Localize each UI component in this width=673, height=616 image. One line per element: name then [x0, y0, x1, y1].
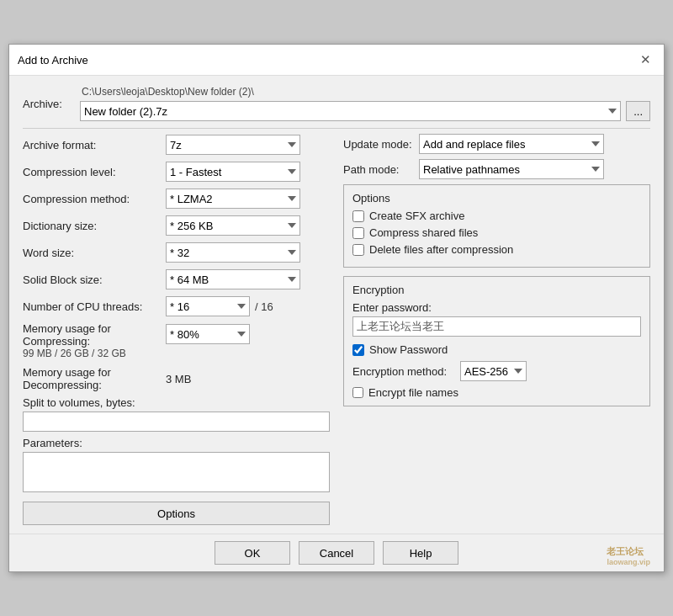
delete-after-row: Delete files after compression [352, 243, 641, 256]
ok-button[interactable]: OK [215, 541, 290, 565]
cancel-button[interactable]: Cancel [299, 541, 374, 565]
memory-compress-block: Memory usage for Compressing: 99 MB / 26… [23, 322, 330, 361]
dictionary-size-row: Dictionary size: * 64 KB * 256 KB * 1 MB… [23, 215, 330, 236]
separator [23, 128, 650, 129]
compression-level-label: Compression level: [23, 166, 166, 178]
solid-block-select[interactable]: Non-solid * 1 MB * 16 MB * 64 MB * 256 M… [166, 269, 300, 289]
options-group-title: Options [352, 192, 641, 204]
archive-input-row: New folder (2).7z ... [80, 101, 650, 121]
dialog-body: Archive: C:\Users\leoja\Desktop\New fold… [9, 76, 664, 534]
memory-compress-sub: 99 MB / 26 GB / 32 GB [23, 348, 166, 359]
path-mode-select[interactable]: Relative pathnames Absolute pathnames No… [419, 159, 604, 179]
compression-method-select[interactable]: * LZMA2 LZMA PPMd BZip2 [166, 189, 300, 209]
threads-control: * 1 * 2 * 4 * 8 * 16 / 16 [166, 296, 273, 316]
archive-row: Archive: C:\Users\leoja\Desktop\New fold… [23, 86, 650, 121]
memory-compress-select[interactable]: * 40% * 60% * 80% * 100% [166, 324, 250, 344]
cpu-threads-row: Number of CPU threads: * 1 * 2 * 4 * 8 *… [23, 295, 330, 317]
encryption-method-row: Encryption method: AES-256 [352, 361, 641, 381]
create-sfx-label[interactable]: Create SFX archive [369, 210, 464, 222]
archive-label: Archive: [23, 98, 73, 110]
memory-compress-control: * 40% * 60% * 80% * 100% [166, 324, 250, 344]
password-label: Enter password: [352, 301, 641, 314]
compression-method-row: Compression method: * LZMA2 LZMA PPMd BZ… [23, 188, 330, 210]
add-to-archive-dialog: Add to Archive ✕ Archive: C:\Users\leoja… [8, 44, 665, 572]
compression-level-row: Compression level: Store 1 - Fastest 3 -… [23, 161, 330, 183]
word-size-row: Word size: * 8 * 16 * 32 * 64 [23, 242, 330, 263]
cpu-threads-label: Number of CPU threads: [23, 300, 166, 313]
encrypt-names-checkbox[interactable] [352, 387, 363, 398]
format-row: Archive format: 7z zip tar wim [23, 134, 330, 156]
help-button[interactable]: Help [383, 541, 458, 565]
cpu-threads-select[interactable]: * 1 * 2 * 4 * 8 * 16 [166, 296, 250, 316]
left-column: Archive format: 7z zip tar wim Compressi… [23, 134, 330, 525]
show-password-label[interactable]: Show Password [369, 343, 448, 356]
watermark-text: 老王论坛 [607, 545, 650, 558]
update-mode-row: Update mode: Add and replace files Updat… [343, 134, 650, 154]
encrypt-names-row: Encrypt file names [352, 386, 641, 399]
compress-shared-row: Compress shared files [352, 226, 641, 239]
dictionary-size-select[interactable]: * 64 KB * 256 KB * 1 MB * 4 MB [166, 215, 300, 236]
create-sfx-row: Create SFX archive [352, 210, 641, 222]
memory-decompress-value: 3 MB [166, 373, 191, 385]
encryption-box: Encryption Enter password: Show Password… [343, 276, 650, 406]
options-group-box: Options Create SFX archive Compress shar… [343, 184, 650, 268]
split-label: Split to volumes, bytes: [23, 396, 330, 409]
compression-method-label: Compression method: [23, 193, 166, 205]
format-label: Archive format: [23, 139, 166, 151]
delete-after-label[interactable]: Delete files after compression [369, 243, 513, 256]
path-mode-row: Path mode: Relative pathnames Absolute p… [343, 159, 650, 179]
encrypt-names-label[interactable]: Encrypt file names [368, 386, 458, 399]
watermark: 老王论坛 laowang.vip [607, 545, 650, 566]
main-grid: Archive format: 7z zip tar wim Compressi… [23, 134, 650, 525]
watermark-sub: laowang.vip [607, 558, 650, 566]
params-label: Parameters: [23, 437, 330, 449]
split-row: Split to volumes, bytes: [23, 396, 330, 432]
word-size-select[interactable]: * 8 * 16 * 32 * 64 [166, 242, 300, 263]
solid-block-label: Solid Block size: [23, 273, 166, 286]
dialog-footer: OK Cancel Help 老王论坛 laowang.vip [9, 534, 664, 571]
memory-compress-title-row: Memory usage for Compressing: 99 MB / 26… [23, 322, 330, 359]
memory-decompress-label: Memory usage for Decompressing: [23, 366, 166, 391]
dialog-title: Add to Archive [18, 54, 88, 66]
create-sfx-checkbox[interactable] [352, 210, 364, 222]
compression-level-select[interactable]: Store 1 - Fastest 3 - Fast 5 - Normal 7 … [166, 162, 300, 182]
split-input[interactable] [23, 412, 330, 432]
update-mode-label: Update mode: [343, 138, 419, 151]
close-button[interactable]: ✕ [635, 50, 655, 70]
compress-shared-checkbox[interactable] [352, 227, 364, 239]
params-block: Parameters: [23, 437, 330, 495]
show-password-row: Show Password [352, 343, 641, 356]
encryption-method-label: Encryption method: [352, 365, 453, 378]
password-input[interactable] [352, 316, 641, 337]
threads-of-label: / 16 [255, 300, 273, 313]
browse-button[interactable]: ... [626, 101, 650, 121]
update-mode-select[interactable]: Add and replace files Update and add fil… [419, 134, 604, 154]
archive-file-select[interactable]: New folder (2).7z [80, 101, 621, 121]
memory-decompress-row: Memory usage for Decompressing: 3 MB [23, 366, 330, 391]
params-textarea[interactable] [23, 452, 330, 492]
path-mode-label: Path mode: [343, 163, 419, 176]
title-bar: Add to Archive ✕ [9, 45, 664, 76]
right-column: Update mode: Add and replace files Updat… [343, 134, 650, 525]
encryption-method-select[interactable]: AES-256 [460, 361, 527, 381]
encryption-title: Encryption [352, 284, 641, 296]
memory-compress-labels: Memory usage for Compressing: 99 MB / 26… [23, 322, 166, 359]
delete-after-checkbox[interactable] [352, 244, 364, 256]
dictionary-size-label: Dictionary size: [23, 220, 166, 232]
format-select[interactable]: 7z zip tar wim [166, 135, 300, 155]
solid-block-row: Solid Block size: Non-solid * 1 MB * 16 … [23, 268, 330, 290]
memory-compress-label: Memory usage for Compressing: [23, 322, 166, 348]
word-size-label: Word size: [23, 247, 166, 259]
options-button[interactable]: Options [23, 502, 330, 525]
show-password-checkbox[interactable] [352, 344, 364, 356]
archive-path-col: C:\Users\leoja\Desktop\New folder (2)\ N… [80, 86, 650, 121]
archive-path: C:\Users\leoja\Desktop\New folder (2)\ [82, 86, 650, 98]
compress-shared-label[interactable]: Compress shared files [369, 226, 478, 239]
